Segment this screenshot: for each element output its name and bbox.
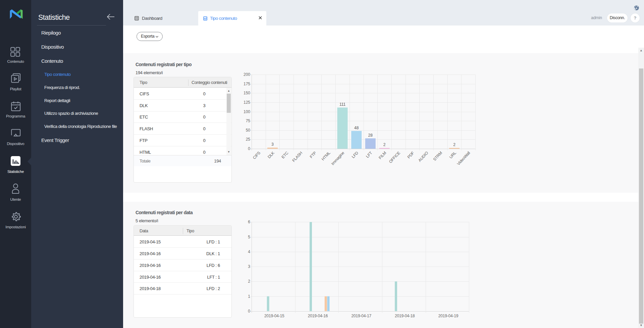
svg-text:2019-04-15: 2019-04-15	[264, 314, 284, 318]
svg-text:0: 0	[248, 146, 250, 151]
svg-text:HTML: HTML	[321, 150, 331, 161]
svg-text:2: 2	[248, 279, 250, 284]
svg-text:75: 75	[246, 119, 251, 123]
svg-text:LFD: LFD	[351, 150, 360, 159]
svg-text:FLASH: FLASH	[291, 150, 303, 163]
svg-text:ETC: ETC	[280, 150, 289, 159]
svg-text:FTP: FTP	[309, 150, 317, 159]
svg-text:AUDIO: AUDIO	[417, 150, 429, 162]
svg-text:PDF: PDF	[407, 150, 415, 159]
svg-text:DLK: DLK	[267, 150, 275, 159]
svg-text:2019-04-19: 2019-04-19	[438, 314, 459, 318]
svg-text:0: 0	[248, 309, 250, 314]
svg-text:2019-04-16: 2019-04-16	[308, 314, 328, 318]
svg-text:OFFICE: OFFICE	[388, 150, 401, 164]
svg-text:FILM: FILM	[378, 150, 387, 160]
svg-text:125: 125	[244, 100, 250, 105]
svg-text:VideoWall: VideoWall	[456, 150, 471, 166]
svg-text:100: 100	[244, 109, 250, 114]
svg-text:5: 5	[248, 235, 250, 239]
svg-text:Immagine: Immagine	[330, 150, 345, 166]
svg-text:CIFS: CIFS	[252, 150, 261, 160]
svg-text:2: 2	[383, 142, 386, 147]
svg-text:2019-04-18: 2019-04-18	[395, 314, 415, 318]
svg-text:3: 3	[248, 264, 250, 269]
svg-text:URL: URL	[448, 150, 457, 159]
svg-text:6: 6	[248, 220, 250, 224]
svg-text:50: 50	[246, 128, 251, 133]
svg-text:3: 3	[271, 142, 274, 147]
svg-text:1: 1	[248, 294, 250, 299]
svg-text:STRM: STRM	[432, 150, 443, 162]
svg-text:150: 150	[244, 91, 250, 95]
svg-text:175: 175	[244, 82, 250, 86]
svg-text:111: 111	[339, 102, 346, 107]
svg-text:25: 25	[246, 137, 251, 142]
svg-text:48: 48	[354, 126, 359, 130]
svg-text:LFT: LFT	[365, 150, 373, 159]
svg-text:4: 4	[248, 249, 250, 254]
svg-text:2019-04-17: 2019-04-17	[352, 314, 372, 318]
svg-text:2: 2	[453, 142, 455, 147]
svg-text:200: 200	[244, 72, 250, 77]
svg-text:28: 28	[368, 133, 373, 138]
